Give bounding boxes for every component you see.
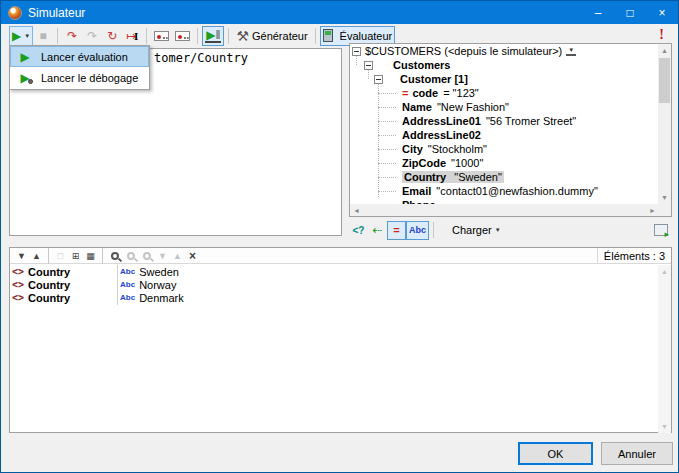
results-vertical-scrollbar[interactable]: ▲ ▼ — [658, 265, 671, 433]
chevron-down-icon: ▼ — [495, 227, 501, 233]
tree-node-zipcode[interactable]: ZipCode "1000" — [350, 156, 659, 170]
tree-node-customers[interactable]: Customers — [350, 58, 659, 72]
menu-item-run-debug[interactable]: ▶ Lancer le débogage — [11, 68, 148, 88]
result-count-label: Éléments : 3 — [597, 248, 671, 263]
run-menu: ▶ Lancer évaluation ▶ Lancer le débogage — [9, 45, 150, 90]
breakpoint-list-button[interactable] — [172, 26, 193, 46]
tree-node-email[interactable]: Email "contact01@newfashion.dummy" — [350, 184, 659, 198]
previous-result-button[interactable]: ▲ — [29, 251, 44, 261]
next-result-button[interactable]: ▼ — [14, 251, 29, 261]
copy-as-table-button[interactable]: ▦ — [83, 251, 98, 261]
toolbar-separator — [102, 248, 103, 264]
result-row[interactable]: <> Country Abc Denmark — [10, 291, 658, 304]
toolbar-separator — [315, 28, 316, 44]
copy-button: □ — [53, 251, 68, 261]
show-text-values-toggle[interactable]: Abc — [406, 221, 429, 240]
results-column-divider[interactable] — [117, 265, 118, 305]
step-over-button[interactable]: ↻ — [102, 26, 122, 46]
scroll-left-icon[interactable]: ◄ — [350, 207, 363, 214]
tree-node-name[interactable]: Name "New Fashion" — [350, 100, 659, 114]
element-icon: <> — [12, 279, 24, 290]
run-dropdown-arrow-icon[interactable]: ▼ — [24, 33, 30, 39]
scroll-up-icon[interactable]: ▲ — [658, 44, 671, 57]
find-previous-icon — [143, 252, 151, 260]
xml-pi-icon: <? — [353, 225, 365, 236]
step-into-icon: ↷ — [67, 30, 77, 42]
text-value-icon: Abc — [120, 280, 135, 289]
evaluate-on-typing-icon: ▶ ‖ — [205, 29, 221, 43]
cancel-button[interactable]: Annuler — [601, 442, 673, 465]
window-title: Simulateur — [28, 6, 85, 20]
stop-button: ■ — [33, 26, 53, 46]
cursor-ibeam-icon: I — [134, 30, 138, 42]
text-value-icon: Abc — [120, 293, 135, 302]
app-icon — [8, 6, 22, 20]
tree-root[interactable]: $CUSTOMERS (<depuis le simulateur>) ▼ — [350, 44, 659, 58]
tree-horizontal-scrollbar[interactable]: ◄ ► — [350, 204, 659, 216]
error-indicator[interactable]: ! — [659, 27, 664, 43]
collapse-icon[interactable] — [374, 75, 383, 84]
result-row[interactable]: <> Country Abc Norway — [10, 278, 658, 291]
toolbar-separator — [57, 28, 58, 44]
close-button[interactable]: × — [646, 1, 678, 24]
tree-node-city[interactable]: City "Stockholm" — [350, 142, 659, 156]
toolbar-separator — [48, 248, 49, 264]
titlebar: Simulateur – □ × — [1, 1, 678, 24]
attribute-icon: = — [402, 87, 408, 99]
element-icon: <> — [12, 266, 24, 277]
clear-results-button[interactable]: × — [185, 249, 200, 263]
step-out-icon: ↷ — [87, 30, 97, 42]
evaluate-on-typing-toggle[interactable]: ▶ ‖ — [202, 26, 224, 46]
equals-icon: = — [393, 224, 399, 236]
toolbar-separator — [228, 28, 229, 44]
result-row[interactable]: <> Country Abc Sweden — [10, 265, 658, 278]
source-selector-dropdown[interactable]: ▼ — [566, 46, 576, 56]
step-into-button[interactable]: ↷ — [62, 26, 82, 46]
collapse-icon[interactable] — [352, 47, 361, 56]
toolbar-separator — [146, 28, 147, 44]
step-over-icon: ↻ — [107, 30, 117, 42]
ok-button[interactable]: OK — [518, 442, 593, 465]
tree-node-addressline01[interactable]: AddressLine01 "56 Tromer Street" — [350, 114, 659, 128]
text-value-icon: Abc — [120, 267, 135, 276]
run-evaluation-button[interactable]: ▶ ▼ — [9, 26, 33, 46]
tree-node-addressline02[interactable]: AddressLine02 — [350, 128, 659, 142]
find-icon[interactable] — [111, 252, 119, 260]
debug-dot-icon — [28, 79, 33, 84]
tree-node-country[interactable]: Country "Sweden" — [350, 170, 659, 184]
tree-node-code[interactable]: = code = "123" — [350, 86, 659, 100]
back-arrow-icon: ⇠ — [372, 224, 382, 236]
generator-label: Générateur — [252, 30, 308, 42]
move-up-disabled-icon: ▲ — [170, 251, 185, 261]
minimize-button[interactable]: – — [582, 1, 614, 24]
results-toolbar: ▼ ▲ □ ⊞ ▦ ▼ ▲ × Éléments : 3 — [10, 248, 671, 264]
play-icon: ▶ — [12, 30, 21, 42]
tree-node-customer[interactable]: Customer [1] — [350, 72, 659, 86]
generator-button[interactable]: ⚒ Générateur — [233, 26, 310, 46]
scrollbar-corner — [658, 204, 671, 216]
scroll-down-icon: ▼ — [658, 420, 671, 433]
show-attributes-toggle[interactable]: = — [387, 221, 406, 240]
play-icon: ▶ — [20, 51, 29, 63]
stop-icon: ■ — [40, 30, 47, 42]
tree-root-label: $CUSTOMERS (<depuis le simulateur>) — [365, 45, 562, 57]
tree-vertical-scrollbar[interactable]: ▲ ▼ — [658, 44, 671, 204]
scroll-down-icon[interactable]: ▼ — [658, 191, 671, 204]
load-dropdown-button[interactable]: Charger ▼ — [448, 222, 505, 238]
breakpoint-icon — [154, 31, 169, 41]
xml-declaration-button[interactable]: <? — [349, 221, 368, 240]
collapse-icon[interactable] — [364, 61, 373, 70]
insert-breakpoint-button[interactable] — [151, 26, 172, 46]
simulator-dialog: Simulateur – □ × ▶ ▼ ■ ↷ ↷ ↻ ↦ I — [0, 0, 679, 473]
scrollbar-thumb[interactable] — [659, 58, 670, 103]
menu-item-run-evaluation[interactable]: ▶ Lancer évaluation — [10, 46, 149, 67]
scroll-up-icon: ▲ — [658, 265, 671, 278]
hammer-wrench-icon: ⚒ — [236, 29, 249, 43]
copy-all-button[interactable]: ⊞ — [68, 251, 83, 261]
back-mapping-button[interactable]: ⇠ — [368, 221, 387, 240]
tree-toolbar: <? ⇠ = Abc Charger ▼ — [349, 220, 672, 240]
maximize-button[interactable]: □ — [614, 1, 646, 24]
breakpoint-list-icon — [175, 31, 190, 41]
load-into-window-icon[interactable] — [654, 224, 668, 236]
run-to-cursor-button[interactable]: ↦ I — [122, 26, 142, 46]
